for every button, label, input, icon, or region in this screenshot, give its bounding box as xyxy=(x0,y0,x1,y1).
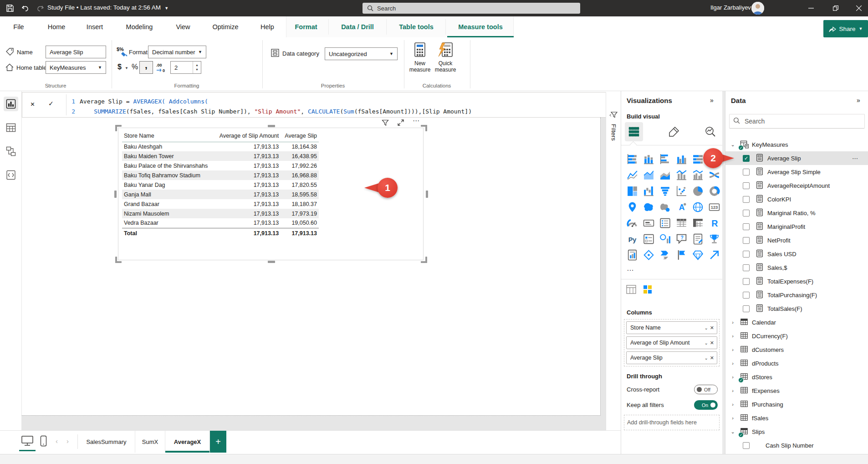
field-pill-store-name[interactable]: Store Name ⌄ ✕ xyxy=(626,321,717,334)
table-row-baku-ateshgah[interactable]: Baku Ateshgah17,913.1318,164.38 xyxy=(122,142,319,151)
page-tab-salessummary[interactable]: SalesSummary xyxy=(78,431,135,453)
table-visual[interactable]: Store NameAverage of Slip AmountAverage … xyxy=(118,128,424,260)
percent-button[interactable]: % xyxy=(132,63,138,71)
tab-optimize[interactable]: Optimize xyxy=(212,16,238,37)
data-field-calendar[interactable]: ›Calendar xyxy=(725,315,868,329)
expand-filters-icon[interactable] xyxy=(609,111,618,120)
data-field-sales[interactable]: Sales,$ xyxy=(725,261,868,274)
resize-handle[interactable] xyxy=(425,257,427,263)
visual-type-python-icon[interactable]: Py xyxy=(624,231,640,247)
visual-type-line-clustered-column-icon[interactable] xyxy=(689,167,706,183)
collapse-visualizations-icon[interactable]: » xyxy=(710,97,714,104)
filters-pane-collapsed[interactable]: Filters xyxy=(606,92,621,430)
more-options-icon[interactable]: ⋯ xyxy=(852,155,858,162)
previous-page-icon[interactable]: ‹ xyxy=(56,437,58,445)
visual-type-map-icon[interactable] xyxy=(624,199,640,215)
document-title[interactable]: Study File • Last saved: Today at 2:56 A… xyxy=(47,4,168,11)
report-page[interactable]: ⋯ Store NameAverage of Slip AmountAverag… xyxy=(22,118,601,416)
data-field-fsales[interactable]: ›fSales xyxy=(725,411,868,425)
data-field-fpurchasing[interactable]: ›fPurchasing xyxy=(725,397,868,411)
cross-report-toggle[interactable]: Off xyxy=(694,385,718,394)
remove-field-icon[interactable]: ✕ xyxy=(710,355,714,361)
visual-type-smart-narrative-icon[interactable] xyxy=(689,231,706,247)
data-field-cash-slip-number[interactable]: Cash Slip Number xyxy=(725,438,868,452)
table-view-icon[interactable] xyxy=(4,120,18,135)
field-checkbox[interactable] xyxy=(743,196,750,203)
table-row-nizami-mausolem[interactable]: Nizami Mausolem17,913.1317,973.19 xyxy=(122,209,319,218)
visual-type-pie-icon[interactable] xyxy=(689,183,706,199)
resize-handle[interactable] xyxy=(425,125,427,131)
field-checkbox[interactable] xyxy=(743,292,750,299)
resize-handle[interactable] xyxy=(115,257,117,263)
mobile-layout-icon[interactable] xyxy=(40,435,47,448)
data-field-totalexpenses-f[interactable]: TotalExpenses(F) xyxy=(725,274,868,288)
visual-type-globe-map-icon[interactable] xyxy=(689,199,706,215)
visual-type-donut-icon[interactable] xyxy=(706,183,722,199)
format-select[interactable]: Decimal number▼ xyxy=(148,46,206,58)
tab-home[interactable]: Home xyxy=(48,16,66,37)
field-checkbox[interactable] xyxy=(743,264,750,271)
tab-table-tools[interactable]: Table tools xyxy=(399,16,433,37)
data-field-sales-usd[interactable]: Sales USD xyxy=(725,247,868,261)
close-button[interactable] xyxy=(850,0,868,16)
share-button[interactable]: Share ▼ xyxy=(823,20,868,37)
table-row-baku-tofiq-bahramov-stadium[interactable]: Baku Tofiq Bahramov Stadium17,913.1316,9… xyxy=(122,170,319,180)
data-field-totalsales-f[interactable]: TotalSales(F) xyxy=(725,302,868,315)
thousands-separator-button[interactable]: , xyxy=(139,61,153,74)
tab-measure-tools[interactable]: Measure tools xyxy=(458,16,503,37)
data-field-fexpenses[interactable]: ›fExpenses xyxy=(725,384,868,397)
visual-type-key-influencers-icon[interactable] xyxy=(657,231,673,247)
remove-field-icon[interactable]: ✕ xyxy=(710,325,714,331)
data-field-average-slip-simple[interactable]: Average Slip Simple xyxy=(725,165,868,179)
columns-field-well[interactable]: Store Name ⌄ ✕Average of Slip Amount ⌄ ✕… xyxy=(624,319,720,366)
dax-formula-bar[interactable]: ✕ ✓ 1Average Slip = AVERAGEX( Addcolumns… xyxy=(22,92,621,118)
filters-pane-label[interactable]: Filters xyxy=(610,124,617,141)
visual-type-stacked-bar-icon[interactable] xyxy=(624,151,640,167)
visual-type-card-icon[interactable] xyxy=(640,215,657,231)
resize-handle[interactable] xyxy=(114,191,117,198)
page-tab-averagex[interactable]: AverageX xyxy=(165,431,210,453)
field-dropdown-icon[interactable]: ⌄ xyxy=(704,340,708,345)
visual-type-card-123-icon[interactable]: 123 xyxy=(706,199,722,215)
visual-type-treemap-icon[interactable] xyxy=(624,183,640,199)
visual-type-shape-map-icon[interactable] xyxy=(657,199,673,215)
tab-help[interactable]: Help xyxy=(260,16,274,37)
field-checkbox[interactable] xyxy=(743,278,750,285)
field-checkbox[interactable] xyxy=(743,442,750,449)
focus-mode-icon[interactable] xyxy=(397,119,404,128)
data-field-dproducts[interactable]: ›dProducts xyxy=(725,356,868,370)
tab-view[interactable]: View xyxy=(176,16,190,37)
chevron-right-icon[interactable]: › xyxy=(729,402,736,407)
new-page-button[interactable]: + xyxy=(210,431,226,453)
table-header-row[interactable]: Store NameAverage of Slip AmountAverage … xyxy=(122,130,319,142)
page-tab-sumx[interactable]: SumX xyxy=(135,431,165,453)
minimize-button[interactable] xyxy=(802,0,820,16)
desktop-layout-icon[interactable] xyxy=(21,435,34,448)
visual-type-scorecard-icon[interactable] xyxy=(673,247,689,263)
quick-measure-button[interactable]: Quick measure xyxy=(434,42,457,73)
chevron-right-icon[interactable]: › xyxy=(729,388,736,393)
field-checkbox[interactable] xyxy=(743,210,750,217)
chevron-right-icon[interactable]: › xyxy=(729,347,736,352)
field-dropdown-icon[interactable]: ⌄ xyxy=(704,356,708,361)
visual-type-funnel-icon[interactable] xyxy=(657,183,673,199)
data-search-input[interactable]: Search xyxy=(729,114,865,129)
visual-type-r-script-icon[interactable]: R xyxy=(706,215,722,231)
field-pill-average-slip[interactable]: Average Slip ⌄ ✕ xyxy=(626,351,717,364)
cancel-formula-icon[interactable]: ✕ xyxy=(31,100,35,108)
model-view-icon[interactable] xyxy=(4,144,18,159)
field-formatting-icon[interactable] xyxy=(641,284,654,295)
field-checkbox[interactable] xyxy=(743,223,750,230)
data-field-dcustomers[interactable]: ›dCustomers xyxy=(725,343,868,356)
data-field-average-slip[interactable]: ✓Average Slip⋯ xyxy=(725,151,868,165)
column-header-store-name[interactable]: Store Name xyxy=(122,130,209,142)
commit-formula-icon[interactable]: ✓ xyxy=(49,99,53,108)
field-checkbox[interactable] xyxy=(743,237,750,244)
measure-name-input[interactable]: Average Slip xyxy=(46,46,106,58)
collapse-data-pane-icon[interactable]: » xyxy=(857,97,860,104)
visual-type-line-stacked-column-icon[interactable] xyxy=(673,167,689,183)
visual-type-slicer-icon[interactable] xyxy=(640,231,657,247)
data-field-averagereceiptamount[interactable]: AverageReceiptAmount xyxy=(725,179,868,192)
remove-field-icon[interactable]: ✕ xyxy=(710,340,714,346)
table-row-baku-yanar-dag[interactable]: Baku Yanar Dag17,913.1317,820.55 xyxy=(122,180,319,190)
